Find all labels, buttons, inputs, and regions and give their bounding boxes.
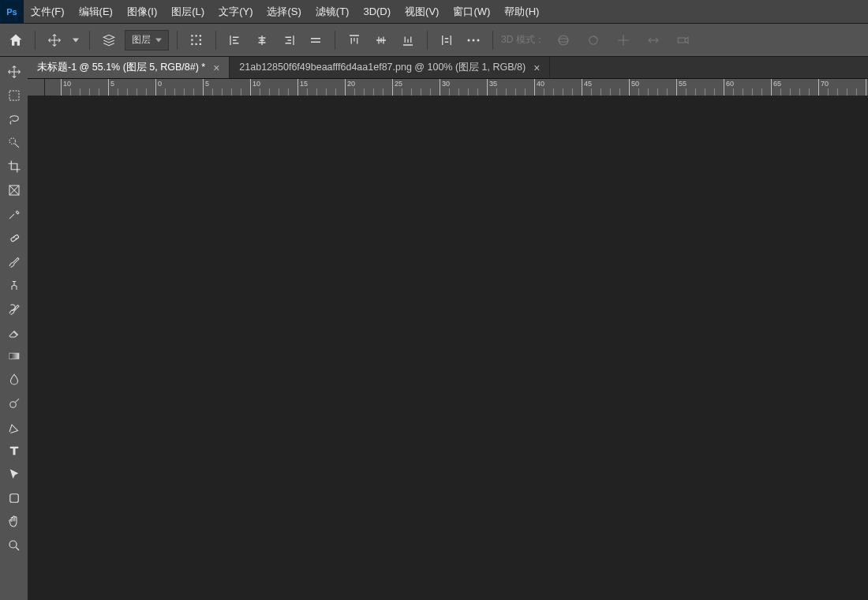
tool-panel	[0, 57, 28, 600]
ruler-corner	[28, 79, 45, 96]
close-icon[interactable]: ×	[213, 62, 219, 74]
menu-edit[interactable]: 编辑(E)	[72, 0, 120, 24]
document-tab-label: 未标题-1 @ 55.1% (图层 5, RGB/8#) *	[37, 61, 205, 74]
separator	[427, 31, 428, 50]
svg-rect-4	[200, 39, 201, 40]
tool-type[interactable]	[2, 439, 26, 463]
orbit-3d-icon[interactable]	[552, 29, 574, 51]
tool-healing[interactable]	[2, 226, 26, 249]
svg-rect-14	[678, 38, 685, 43]
document-tab-label: 21ab12850f6f49beaafff6d4aa1ef87.png @ 10…	[239, 61, 526, 74]
ruler-horizontal[interactable]: 105051015202530354045505560657075	[45, 79, 868, 96]
align-bottom-icon[interactable]	[397, 29, 419, 51]
tool-move[interactable]	[2, 60, 26, 84]
separator	[335, 31, 335, 50]
distribute-icon[interactable]	[436, 29, 458, 51]
canvas-area: 105051015202530354045505560657075 051 01…	[28, 79, 868, 96]
svg-point-11	[559, 36, 568, 45]
camera-3d-icon[interactable]	[672, 29, 694, 51]
svg-point-20	[9, 402, 16, 408]
svg-rect-6	[196, 43, 197, 44]
auto-select-icon[interactable]	[98, 29, 120, 51]
move-tool-indicator-icon[interactable]	[43, 29, 65, 51]
document-tab[interactable]: 未标题-1 @ 55.1% (图层 5, RGB/8#) * ×	[28, 57, 230, 78]
home-button[interactable]	[5, 29, 27, 51]
ruler-tick: 5	[203, 79, 209, 96]
separator	[35, 31, 36, 50]
more-align-icon[interactable]	[462, 29, 485, 51]
separator	[89, 31, 90, 50]
tool-path-select[interactable]	[2, 463, 26, 486]
tool-hand[interactable]	[2, 510, 26, 534]
tool-lasso[interactable]	[2, 107, 26, 131]
menu-image[interactable]: 图像(I)	[120, 0, 164, 24]
separator	[177, 31, 178, 50]
close-icon[interactable]: ×	[533, 62, 540, 74]
align-eq-icon[interactable]	[305, 29, 327, 51]
svg-rect-21	[9, 494, 18, 503]
svg-rect-1	[196, 35, 197, 36]
tool-pen[interactable]	[2, 415, 26, 439]
slide-3d-icon[interactable]	[642, 29, 664, 51]
svg-rect-2	[200, 35, 201, 36]
menu-view[interactable]: 视图(V)	[398, 0, 446, 24]
svg-rect-19	[9, 353, 19, 359]
svg-rect-5	[191, 43, 193, 44]
dropdown-caret-icon[interactable]	[70, 29, 81, 51]
separator	[215, 31, 216, 50]
tool-quick-select[interactable]	[2, 131, 26, 155]
tool-eyedropper[interactable]	[2, 202, 26, 226]
tool-brush[interactable]	[2, 249, 26, 273]
tool-zoom[interactable]	[2, 534, 26, 557]
svg-point-10	[477, 39, 480, 41]
svg-rect-7	[200, 43, 201, 44]
tool-gradient[interactable]	[2, 344, 26, 368]
app-logo: Ps	[0, 0, 24, 24]
mode-3d-label: 3D 模式：	[501, 33, 544, 47]
pan-3d-icon[interactable]	[612, 29, 634, 51]
document-tab-bar: 未标题-1 @ 55.1% (图层 5, RGB/8#) * × 21ab128…	[0, 57, 868, 79]
menu-filter[interactable]: 滤镜(T)	[309, 0, 357, 24]
svg-rect-3	[191, 39, 193, 40]
svg-rect-0	[191, 35, 193, 36]
menu-layer[interactable]: 图层(L)	[164, 0, 211, 24]
tool-dodge[interactable]	[2, 392, 26, 415]
transform-controls-icon[interactable]	[185, 29, 208, 51]
tool-eraser[interactable]	[2, 321, 26, 344]
tool-shape[interactable]	[2, 486, 26, 510]
ruler-tick: 5	[108, 79, 114, 96]
align-vcenter-icon[interactable]	[370, 29, 392, 51]
menu-select[interactable]: 选择(S)	[260, 0, 308, 24]
svg-point-12	[559, 38, 568, 42]
tool-frame[interactable]	[2, 178, 26, 202]
separator	[492, 31, 493, 50]
menu-help[interactable]: 帮助(H)	[497, 0, 546, 24]
align-left-icon[interactable]	[224, 29, 246, 51]
svg-point-8	[468, 39, 470, 41]
menu-file[interactable]: 文件(F)	[24, 0, 72, 24]
svg-point-22	[9, 541, 17, 548]
target-layer-label: 图层	[132, 33, 151, 47]
align-top-icon[interactable]	[343, 29, 365, 51]
mode-3d-group: 3D 模式：	[501, 29, 694, 51]
menu-type[interactable]: 文字(Y)	[211, 0, 260, 24]
tool-clone[interactable]	[2, 273, 26, 297]
svg-rect-15	[9, 91, 19, 100]
document-tab[interactable]: 21ab12850f6f49beaafff6d4aa1ef87.png @ 10…	[230, 57, 550, 78]
svg-point-9	[473, 39, 475, 41]
tool-crop[interactable]	[2, 155, 26, 178]
svg-point-16	[9, 138, 16, 144]
target-layer-dropdown[interactable]: 图层	[125, 30, 169, 51]
align-right-icon[interactable]	[278, 29, 300, 51]
menu-window[interactable]: 窗口(W)	[446, 0, 497, 24]
svg-rect-18	[10, 234, 19, 242]
align-hcenter-icon[interactable]	[251, 29, 273, 51]
options-bar: 图层 3D 模式：	[0, 24, 868, 57]
tool-history-brush[interactable]	[2, 297, 26, 321]
ruler-tick: 0	[155, 79, 162, 96]
roll-3d-icon[interactable]	[582, 29, 604, 51]
menu-3d[interactable]: 3D(D)	[356, 0, 398, 24]
tool-marquee[interactable]	[2, 84, 26, 107]
menu-bar: Ps 文件(F) 编辑(E) 图像(I) 图层(L) 文字(Y) 选择(S) 滤…	[0, 0, 868, 24]
tool-blur[interactable]	[2, 368, 26, 392]
